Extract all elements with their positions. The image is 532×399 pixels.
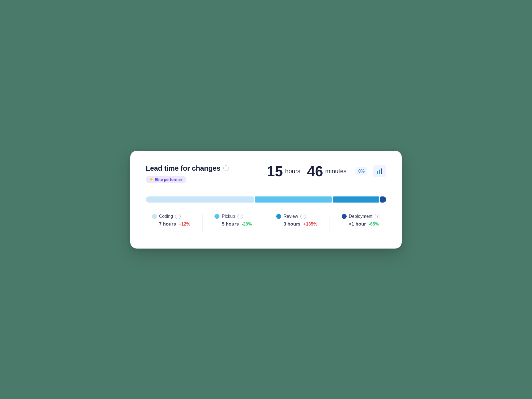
- progress-section: [146, 196, 386, 203]
- elite-performer-badge: ⚡ Elite performer: [146, 176, 186, 183]
- legend-item-coding: Coding i 7 hours +12%: [152, 214, 190, 227]
- metrics-section: 15 hours 46 minutes 0%: [267, 164, 386, 178]
- minutes-unit: minutes: [325, 168, 347, 175]
- legend-header-review: Review i: [276, 214, 306, 219]
- review-bar-segment: [333, 196, 379, 203]
- pickup-change: -28%: [242, 222, 252, 227]
- review-change: +135%: [303, 222, 317, 227]
- deployment-bar-segment: [380, 196, 386, 203]
- title-info-icon[interactable]: i: [223, 165, 229, 171]
- minutes-value: 46: [307, 164, 323, 178]
- hours-unit: hours: [285, 168, 300, 175]
- card-header: Lead time for changes i ⚡ Elite performe…: [146, 164, 386, 183]
- deployment-dot: [342, 214, 347, 219]
- legend-item-pickup: Pickup i 5 hours -28%: [214, 214, 252, 227]
- coding-hours: 7 hours: [159, 221, 176, 227]
- progress-bar: [146, 196, 386, 203]
- chart-toggle-button[interactable]: [373, 165, 386, 177]
- title-section: Lead time for changes i ⚡ Elite performe…: [146, 164, 229, 183]
- coding-info-icon[interactable]: i: [175, 214, 181, 219]
- svg-rect-1: [379, 170, 380, 174]
- legend-item-deployment: Deployment i <1 hour -65%: [342, 214, 380, 227]
- hours-value: 15: [267, 164, 283, 178]
- bar-chart-icon: [376, 168, 383, 175]
- pickup-info-icon[interactable]: i: [237, 214, 243, 219]
- percent-badge: 0%: [355, 167, 367, 175]
- pickup-hours: 5 hours: [222, 221, 239, 227]
- coding-stats: 7 hours +12%: [152, 221, 190, 227]
- card-title: Lead time for changes: [146, 164, 221, 173]
- coding-bar-segment: [146, 196, 254, 203]
- coding-label: Coding: [159, 214, 173, 219]
- badge-text: Elite performer: [155, 177, 182, 182]
- legend-divider-3: [329, 214, 329, 233]
- legend-divider-1: [202, 214, 203, 233]
- deployment-hours: <1 hour: [349, 221, 366, 227]
- review-hours: 3 hours: [283, 221, 300, 227]
- coding-change: +12%: [179, 222, 190, 227]
- review-dot: [276, 214, 281, 219]
- review-label: Review: [283, 214, 298, 219]
- legend-section: Coding i 7 hours +12% Pickup i 5 hours -…: [146, 214, 386, 233]
- deployment-change: -65%: [369, 222, 379, 227]
- review-stats: 3 hours +135%: [276, 221, 317, 227]
- legend-header-pickup: Pickup i: [214, 214, 243, 219]
- pickup-dot: [214, 214, 219, 219]
- legend-header-coding: Coding i: [152, 214, 181, 219]
- lead-time-card: Lead time for changes i ⚡ Elite performe…: [130, 151, 402, 249]
- legend-divider-2: [264, 214, 264, 233]
- pickup-bar-segment: [255, 196, 332, 203]
- deployment-label: Deployment: [349, 214, 372, 219]
- pickup-stats: 5 hours -28%: [214, 221, 252, 227]
- svg-rect-0: [377, 171, 378, 174]
- coding-dot: [152, 214, 157, 219]
- deployment-info-icon[interactable]: i: [375, 214, 380, 219]
- badge-icon: ⚡: [149, 177, 153, 182]
- title-row: Lead time for changes i: [146, 164, 229, 173]
- deployment-stats: <1 hour -65%: [342, 221, 379, 227]
- review-info-icon[interactable]: i: [300, 214, 306, 219]
- pickup-label: Pickup: [222, 214, 235, 219]
- legend-item-review: Review i 3 hours +135%: [276, 214, 317, 227]
- legend-header-deployment: Deployment i: [342, 214, 380, 219]
- svg-rect-2: [381, 168, 382, 174]
